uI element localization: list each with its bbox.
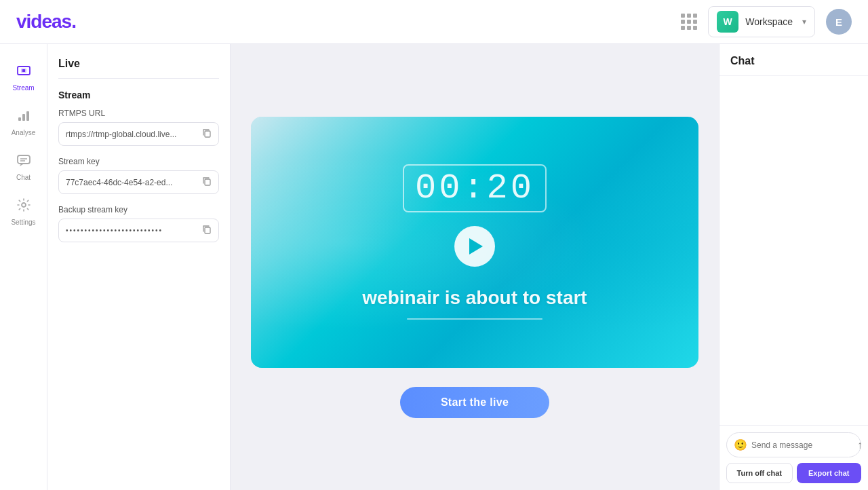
chat-header: Chat [719,44,868,76]
video-background: 00:20 webinair is about to start [251,117,698,368]
backup-stream-key-field: •••••••••••••••••••••••••• [58,219,219,242]
workspace-icon: W [717,11,738,33]
export-chat-button[interactable]: Export chat [797,463,862,483]
sidebar-stream-label: Stream [12,84,34,92]
avatar[interactable]: E [826,9,852,35]
send-icon[interactable]: ↑ [857,439,863,451]
sidebar-settings-label: Settings [11,219,35,226]
svg-rect-2 [22,69,25,72]
main-layout: Stream Analyse Chat [0,44,868,490]
start-live-button[interactable]: Start the live [400,387,549,418]
copy-stream-key-icon[interactable] [202,176,212,188]
svg-rect-5 [26,111,29,121]
chat-icon [16,153,31,171]
panel-section-title: Live [58,58,219,70]
sidebar: Stream Analyse Chat [0,44,47,490]
right-panel: Chat 🙂 ↑ Turn off chat Export chat [719,44,868,490]
left-panel: Live Stream RTMPS URL rtmps://rtmp-globa… [47,44,231,490]
chat-footer: 🙂 ↑ Turn off chat Export chat [719,425,868,490]
webinar-text: webinair is about to start [362,286,587,310]
rtmps-url-label: RTMPS URL [58,109,219,118]
progress-line [407,318,542,320]
backup-stream-key-label: Backup stream key [58,205,219,214]
timer-display: 00:20 [403,164,547,212]
turn-off-chat-button[interactable]: Turn off chat [726,463,793,483]
analyse-icon [16,108,31,126]
svg-point-9 [22,203,26,207]
rtmps-url-field: rtmps://rtmp-global.cloud.live... [58,122,219,146]
sidebar-item-chat[interactable]: Chat [5,147,43,187]
sidebar-item-settings[interactable]: Settings [5,192,43,231]
grid-icon[interactable] [681,14,697,30]
chat-body [719,76,868,425]
center-panel: 00:20 webinair is about to start Start t… [231,44,719,490]
stream-key-field: 77c7aec4-46dc-4e54-a2-ed... [58,170,219,194]
svg-rect-6 [18,155,30,164]
workspace-name: Workspace [745,16,793,27]
chat-input[interactable] [751,440,853,450]
svg-rect-11 [205,179,210,185]
video-preview: 00:20 webinair is about to start [251,117,698,368]
sidebar-analyse-label: Analyse [12,129,36,136]
chevron-down-icon: ▾ [802,17,806,26]
play-triangle-icon [469,238,483,255]
svg-rect-10 [205,131,210,137]
copy-rtmps-icon[interactable] [202,128,212,140]
sidebar-item-stream[interactable]: Stream [5,58,43,97]
stream-icon [16,63,31,81]
app-header: videas. W Workspace ▾ E [0,0,868,44]
stream-key-value: 77c7aec4-46dc-4e54-a2-ed... [66,178,198,187]
chat-input-row: 🙂 ↑ [726,432,861,457]
play-button[interactable] [454,226,495,267]
app-logo: videas. [16,11,76,33]
panel-subtitle: Stream [58,90,219,100]
chat-actions: Turn off chat Export chat [726,463,861,483]
sidebar-item-analyse[interactable]: Analyse [5,102,43,142]
copy-backup-key-icon[interactable] [202,225,212,236]
sidebar-chat-label: Chat [16,174,31,181]
svg-rect-4 [22,114,25,121]
stream-key-label: Stream key [58,157,219,166]
svg-rect-12 [205,227,210,233]
rtmps-url-value: rtmps://rtmp-global.cloud.live... [66,130,198,139]
backup-stream-key-value: •••••••••••••••••••••••••• [66,227,198,234]
workspace-button[interactable]: W Workspace ▾ [708,6,815,37]
settings-icon [16,197,31,216]
emoji-icon[interactable]: 🙂 [734,438,747,451]
header-right: W Workspace ▾ E [681,6,852,37]
svg-rect-3 [18,117,21,121]
panel-divider [58,78,219,79]
